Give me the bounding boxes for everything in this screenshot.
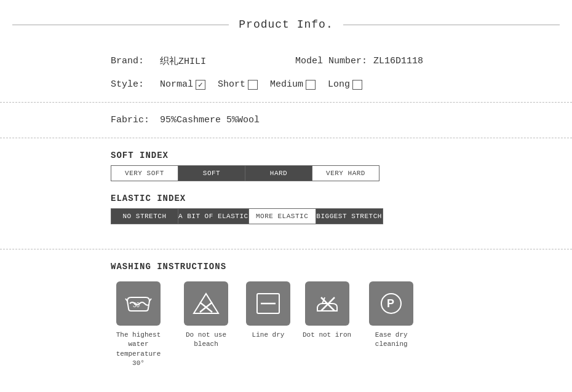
soft-index-bar: VERY SOFT SOFT HARD VERY HARD	[111, 165, 461, 181]
elastic-biggest: BIGGEST STRETCH	[316, 208, 383, 224]
page-title: Product Info.	[229, 18, 343, 31]
washing-icon-temp-box: 30	[116, 281, 161, 326]
washing-temp-icon: 30	[124, 289, 153, 318]
style-option-normal: Normal ✓	[160, 79, 205, 90]
style-long-label: Long	[328, 79, 350, 90]
fabric-row: Fabric: 95%Cashmere 5%Wool	[111, 109, 461, 131]
washing-label-cleaning: Ease dry cleaning	[363, 331, 419, 350]
washing-label-iron: Dot not iron	[303, 331, 351, 340]
fabric-section: Fabric: 95%Cashmere 5%Wool	[0, 103, 572, 138]
soft-hard: HARD	[245, 165, 312, 181]
svg-text:P: P	[387, 297, 394, 310]
brand-col: Brand: 织礼ZHILI	[111, 55, 295, 67]
washing-icon-bleach-box	[184, 281, 228, 326]
style-option-long: Long	[328, 79, 362, 90]
style-row: Style: Normal ✓ Short Medium Long	[111, 73, 461, 96]
washing-section: WASHING INSTRUCTIONS 30 The highest wate…	[0, 249, 572, 387]
svg-marker-3	[194, 294, 218, 313]
style-normal-label: Normal	[160, 79, 193, 90]
washing-dry-icon	[253, 289, 283, 318]
fabric-label: Fabric:	[111, 115, 154, 125]
style-option-short: Short	[218, 79, 258, 90]
title-line-left	[12, 25, 229, 25]
style-short-checkbox	[248, 80, 258, 90]
title-line-right	[343, 25, 560, 25]
washing-item-dry: Line dry	[246, 281, 290, 340]
model-label: Model Number:	[295, 56, 367, 66]
brand-value: 织礼ZHILI	[160, 55, 206, 67]
style-options: Normal ✓ Short Medium Long	[160, 79, 362, 90]
washing-icon-dry-box	[246, 281, 290, 326]
style-medium-label: Medium	[270, 79, 303, 90]
brand-model-section: Brand: 织礼ZHILI Model Number: ZL16D1118 S…	[0, 43, 572, 103]
washing-iron-icon	[312, 289, 342, 318]
svg-line-2	[149, 299, 151, 301]
soft-very-soft: VERY SOFT	[111, 165, 178, 181]
washing-title: WASHING INSTRUCTIONS	[111, 262, 461, 272]
style-short-label: Short	[218, 79, 245, 90]
style-medium-checkbox	[306, 80, 316, 90]
washing-item-temp: 30 The highest water temperature 30°	[111, 281, 166, 369]
model-value: ZL16D1118	[373, 56, 423, 66]
style-long-checkbox	[352, 80, 362, 90]
model-col: Model Number: ZL16D1118	[295, 56, 480, 66]
washing-label-dry: Line dry	[252, 331, 285, 340]
svg-line-1	[125, 299, 127, 301]
washing-bleach-icon	[191, 289, 221, 318]
washing-icon-cleaning-box: P	[369, 281, 413, 326]
page-title-section: Product Info.	[0, 0, 572, 43]
washing-icons: 30 The highest water temperature 30°	[111, 281, 461, 369]
brand-label: Brand:	[111, 56, 154, 66]
index-section: SOFT INDEX VERY SOFT SOFT HARD VERY HARD…	[0, 138, 572, 249]
soft-soft: SOFT	[178, 165, 245, 181]
elastic-index-title: ELASTIC INDEX	[111, 194, 461, 203]
washing-cleaning-icon: P	[376, 289, 406, 318]
svg-text:30: 30	[133, 302, 140, 308]
washing-label-temp: The highest water temperature 30°	[111, 331, 166, 369]
soft-index-title: SOFT INDEX	[111, 151, 461, 160]
brand-model-row: Brand: 织礼ZHILI Model Number: ZL16D1118	[111, 49, 461, 73]
washing-item-iron: Dot not iron	[303, 281, 351, 340]
elastic-index-bar: NO STRETCH A BIT OF ELASTIC MORE ELASTIC…	[111, 208, 461, 224]
fabric-value: 95%Cashmere 5%Wool	[160, 115, 260, 125]
soft-very-hard: VERY HARD	[312, 165, 379, 181]
elastic-more: MORE ELASTIC	[248, 208, 316, 224]
elastic-no-stretch: NO STRETCH	[111, 208, 178, 224]
style-option-medium: Medium	[270, 79, 316, 90]
style-label: Style:	[111, 79, 154, 90]
washing-item-bleach: Do not use bleach	[178, 281, 234, 350]
elastic-a-bit: A BIT OF ELASTIC	[178, 208, 249, 224]
washing-label-bleach: Do not use bleach	[178, 331, 234, 350]
washing-icon-iron-box	[305, 281, 349, 326]
style-normal-checkbox: ✓	[196, 80, 205, 90]
washing-item-cleaning: P Ease dry cleaning	[363, 281, 419, 350]
